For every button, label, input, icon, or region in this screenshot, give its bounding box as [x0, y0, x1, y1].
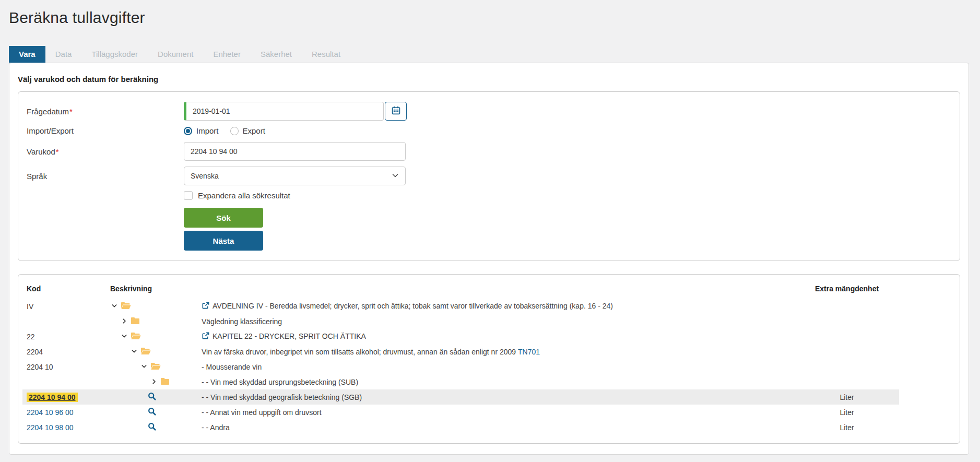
- chevron-down-icon: [392, 172, 399, 181]
- nasta-button[interactable]: Nästa: [184, 231, 263, 251]
- search-icon[interactable]: [148, 422, 156, 432]
- tab-dokument[interactable]: Dokument: [148, 46, 203, 63]
- code-cell: 2204 10 94 00: [22, 389, 106, 405]
- row-description: AVDELNING IV - Beredda livsmedel; drycke…: [212, 302, 613, 310]
- code-cell: [22, 374, 106, 389]
- sprak-row: Språk Svenska: [27, 167, 951, 185]
- import-export-label: Import/Export: [27, 126, 184, 135]
- extra-unit-cell: [795, 329, 899, 344]
- code-text: IV: [27, 302, 33, 311]
- table-row: 2204 10 94 00- - Vin med skyddad geograf…: [22, 389, 899, 405]
- sprak-select[interactable]: Svenska: [184, 167, 406, 185]
- row-description: - - Andra: [202, 423, 230, 432]
- radio-import-icon: [184, 127, 192, 135]
- fragedatum-input[interactable]: [184, 102, 384, 121]
- chevron-down-icon[interactable]: [111, 302, 117, 311]
- external-link-icon[interactable]: [202, 332, 209, 341]
- tab-enheter[interactable]: Enheter: [203, 46, 251, 63]
- varukod-input[interactable]: [184, 142, 406, 161]
- varukod-label-text: Varukod: [27, 147, 55, 156]
- fragedatum-row: Frågedatum*: [27, 102, 951, 121]
- table-row: 2204 10- Mousserande vin: [22, 359, 899, 374]
- code-link[interactable]: 2204 10 98 00: [27, 423, 74, 432]
- extra-unit-cell: [795, 299, 899, 314]
- tree-cell: [106, 405, 197, 420]
- tree-cell: [106, 374, 197, 389]
- extra-unit-cell: [795, 314, 899, 329]
- varukod-row: Varukod*: [27, 142, 951, 161]
- tree-cell: [106, 359, 197, 374]
- code-cell: 2204: [22, 344, 106, 359]
- folder-open-icon[interactable]: [140, 347, 151, 357]
- chevron-down-icon[interactable]: [131, 348, 137, 356]
- description-cell: Vägledning klassificering: [197, 314, 795, 329]
- description-cell: KAPITEL 22 - DRYCKER, SPRIT OCH ÄTTIKA: [197, 329, 795, 344]
- radio-export[interactable]: Export: [230, 126, 265, 135]
- code-link-selected[interactable]: 2204 10 94 00: [27, 393, 78, 402]
- tab-sakerhet[interactable]: Säkerhet: [251, 46, 302, 63]
- radio-export-icon: [230, 127, 239, 135]
- search-icon[interactable]: [148, 392, 156, 402]
- expand-all-checkbox[interactable]: [184, 191, 193, 200]
- row-description: - Mousserande vin: [202, 363, 262, 371]
- tab-data[interactable]: Data: [45, 46, 82, 63]
- calendar-button[interactable]: [385, 102, 407, 121]
- code-link[interactable]: 2204 10 96 00: [27, 408, 74, 417]
- tab-vara[interactable]: Vara: [9, 46, 45, 63]
- tab-resultat[interactable]: Resultat: [302, 46, 350, 63]
- code-cell: 2204 10 98 00: [22, 420, 106, 435]
- code-cell: IV: [22, 299, 106, 314]
- varukod-label: Varukod*: [27, 147, 184, 156]
- fragedatum-input-group: [184, 102, 407, 121]
- description-link[interactable]: TN701: [516, 348, 540, 356]
- description-cell: - - Vin med skyddad ursprungsbeteckning …: [197, 374, 795, 389]
- folder-open-icon[interactable]: [121, 302, 131, 311]
- fragedatum-label: Frågedatum*: [27, 107, 184, 116]
- main-card: Välj varukod och datum för beräkning Frå…: [9, 63, 969, 455]
- tree-cell: [106, 389, 197, 405]
- chevron-down-icon[interactable]: [141, 363, 147, 371]
- folder-open-icon[interactable]: [131, 332, 141, 341]
- folder-icon[interactable]: [160, 377, 170, 387]
- column-header-beskrivning: Beskrivning: [106, 280, 795, 299]
- row-description: - - Annat vin med uppgift om druvsort: [202, 408, 322, 417]
- chevron-down-icon[interactable]: [121, 333, 127, 341]
- results-header-row: Kod Beskrivning Extra mängdenhet: [22, 280, 899, 299]
- code-cell: 22: [22, 329, 106, 344]
- description-cell: Vin av färska druvor, inbegripet vin som…: [197, 344, 795, 359]
- folder-open-icon[interactable]: [150, 362, 161, 372]
- code-text: 2204 10: [27, 363, 53, 371]
- sprak-label: Språk: [27, 172, 184, 181]
- description-cell: - - Annat vin med uppgift om druvsort: [197, 405, 795, 420]
- row-description: - - Vin med skyddad geografisk betecknin…: [202, 393, 362, 401]
- folder-icon[interactable]: [131, 317, 140, 326]
- radio-import[interactable]: Import: [184, 126, 219, 135]
- code-text: 2204: [27, 348, 43, 356]
- table-row: 2204 10 98 00- - AndraLiter: [22, 420, 899, 435]
- code-cell: [22, 314, 106, 329]
- code-cell: 2204 10: [22, 359, 106, 374]
- code-text: 22: [27, 333, 35, 341]
- fragedatum-label-text: Frågedatum: [27, 107, 69, 116]
- code-cell: 2204 10 96 00: [22, 405, 106, 420]
- description-cell: - Mousserande vin: [197, 359, 795, 374]
- required-asterisk: *: [69, 107, 73, 116]
- tab-tillaggskoder[interactable]: Tilläggskoder: [81, 46, 148, 63]
- page: Beräkna tullavgifter Vara Data Tilläggsk…: [0, 0, 980, 462]
- search-form-panel: Frågedatum* Import/Export Impor: [18, 91, 960, 261]
- expand-all-checkbox-label: Expandera alla sökresultat: [198, 191, 290, 200]
- table-row: 2204 10 96 00- - Annat vin med uppgift o…: [22, 405, 899, 420]
- chevron-right-icon[interactable]: [151, 378, 157, 386]
- sok-button[interactable]: Sök: [184, 208, 263, 228]
- extra-unit-cell: [795, 374, 899, 389]
- import-export-radio-group: Import Export: [184, 126, 265, 135]
- description-cell: AVDELNING IV - Beredda livsmedel; drycke…: [197, 299, 795, 314]
- row-description: Vin av färska druvor, inbegripet vin som…: [202, 348, 516, 356]
- external-link-icon[interactable]: [202, 302, 209, 311]
- expand-checkbox-row: Expandera alla sökresultat: [27, 191, 951, 200]
- row-description: - - Vin med skyddad ursprungsbeteckning …: [202, 378, 358, 386]
- chevron-right-icon[interactable]: [121, 317, 127, 326]
- section-heading: Välj varukod och datum för beräkning: [18, 75, 960, 84]
- search-icon[interactable]: [148, 407, 156, 417]
- tab-bar: Vara Data Tilläggskoder Dokument Enheter…: [9, 46, 980, 63]
